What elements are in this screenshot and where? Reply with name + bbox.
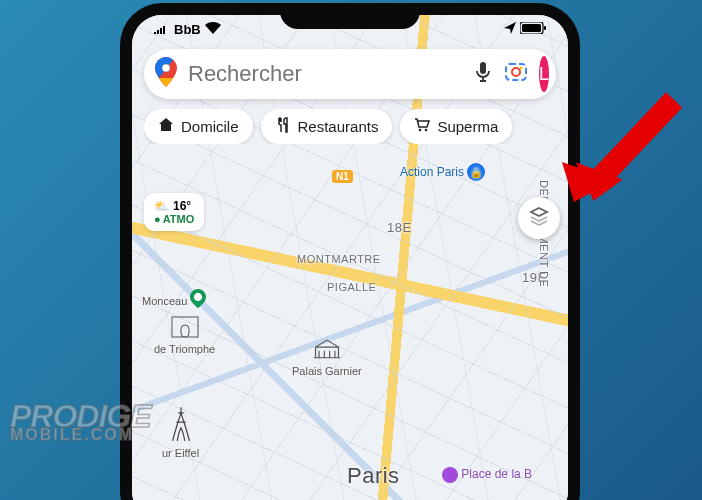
search-bar[interactable]: L (144, 49, 556, 99)
svg-rect-12 (181, 325, 189, 337)
mic-icon[interactable] (473, 60, 493, 88)
highway-shield: N1 (332, 170, 353, 183)
label-18e: 18E (387, 220, 412, 235)
search-input[interactable] (188, 61, 463, 87)
label-pigalle: PIGALLE (327, 281, 376, 293)
place-pin-icon (442, 467, 458, 483)
saved-icon: 🔒 (467, 163, 485, 181)
park-pin-icon (187, 286, 210, 309)
poi-eiffel[interactable]: ur Eiffel (162, 405, 199, 459)
chip-domicile[interactable]: Domicile (144, 109, 253, 144)
annotation-arrow (544, 90, 684, 210)
label-montmartre: MONTMARTRE (297, 253, 381, 265)
svg-rect-2 (544, 26, 546, 30)
svg-point-7 (512, 68, 520, 76)
label-paris: Paris (347, 463, 400, 489)
arc-icon (170, 313, 200, 339)
watermark-line2: MOBILE.COM (10, 429, 151, 442)
cart-icon (414, 117, 430, 136)
weather-temp: 16° (173, 199, 191, 213)
svg-rect-5 (480, 62, 486, 74)
weather-widget[interactable]: ⛅ 16° ATMO (144, 193, 204, 231)
svg-point-9 (419, 129, 422, 132)
eiffel-icon (167, 405, 195, 443)
signal-icon (154, 22, 170, 37)
air-quality: ATMO (154, 213, 194, 225)
maps-logo-icon (154, 57, 178, 91)
carrier-label: BbB (174, 22, 201, 37)
poi-triomphe[interactable]: de Triomphe (154, 313, 215, 355)
poi-place[interactable]: Place de la B (442, 467, 532, 483)
lens-icon[interactable] (503, 59, 529, 89)
notch (280, 3, 420, 29)
chip-row: Domicile Restaurants Superma (144, 109, 568, 144)
svg-point-10 (425, 129, 428, 132)
poi-monceau[interactable]: Monceau (142, 289, 206, 307)
wifi-icon (205, 22, 221, 37)
avatar-initial: L (539, 64, 549, 85)
chip-label: Domicile (181, 118, 239, 135)
chip-label: Superma (437, 118, 498, 135)
svg-rect-6 (506, 64, 526, 80)
palace-icon (312, 335, 342, 361)
svg-point-8 (520, 67, 523, 70)
watermark: PRODIGE MOBILE.COM (10, 404, 151, 442)
screen: BbB (132, 15, 568, 500)
avatar[interactable]: L (539, 56, 549, 92)
phone-frame: BbB (120, 3, 580, 500)
chip-label: Restaurants (298, 118, 379, 135)
location-icon (504, 22, 516, 37)
battery-icon (520, 22, 546, 37)
chip-supermarches[interactable]: Superma (400, 109, 512, 144)
home-icon (158, 117, 174, 136)
weather-icon: ⛅ (154, 199, 169, 213)
svg-rect-1 (522, 24, 541, 32)
chip-restaurants[interactable]: Restaurants (261, 109, 393, 144)
poi-action[interactable]: Action Paris 🔒 (400, 163, 485, 181)
restaurant-icon (275, 117, 291, 136)
poi-garnier[interactable]: Palais Garnier (292, 335, 362, 377)
